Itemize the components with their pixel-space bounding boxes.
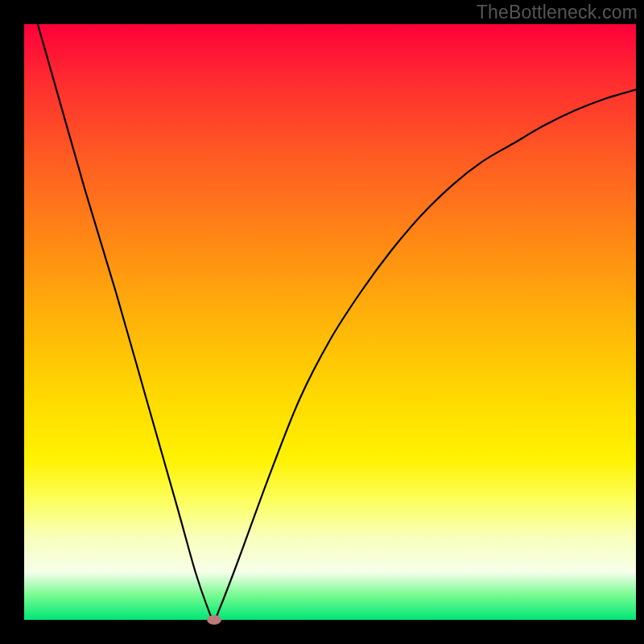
chart-plot-area <box>24 24 636 620</box>
watermark-text: TheBottleneck.com <box>477 2 638 23</box>
chart-svg <box>24 24 636 620</box>
bottleneck-curve <box>24 24 636 620</box>
optimal-point-marker <box>207 615 221 625</box>
